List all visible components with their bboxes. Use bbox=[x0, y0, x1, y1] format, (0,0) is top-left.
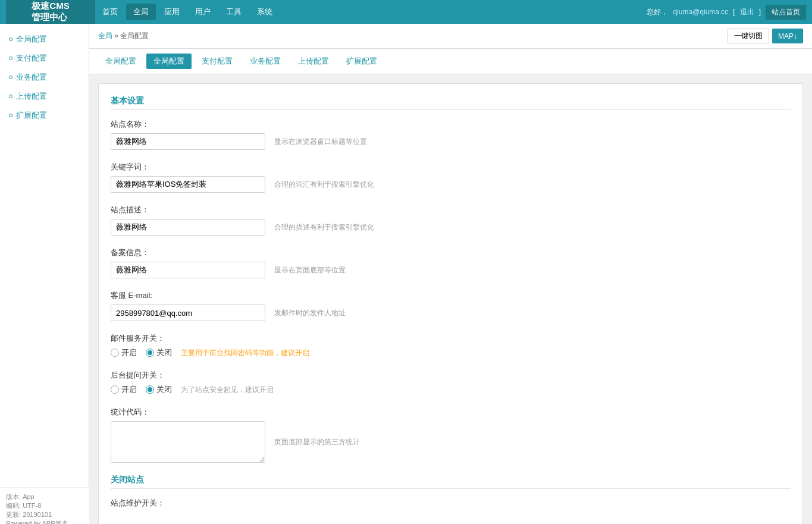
hint-stats: 页面底部显示的第三方统计 bbox=[274, 437, 360, 447]
logout-link[interactable]: 退出 bbox=[740, 7, 754, 17]
content-area: 基本设置 站点名称： 显示在浏览器窗口标题等位置 关键字词： 合理的词汇有利于搜… bbox=[89, 74, 812, 524]
hint-mail-service: 主要用于前台找回密码等功能，建议开启 bbox=[181, 348, 309, 358]
input-keywords[interactable] bbox=[111, 176, 265, 193]
label-icp: 备案信息： bbox=[111, 247, 791, 258]
sidebar-dot-business bbox=[9, 76, 12, 79]
input-stats-code[interactable] bbox=[111, 421, 265, 463]
label-maintenance: 站点维护开关： bbox=[111, 498, 791, 509]
form-group-stats: 统计代码： 页面底部显示的第三方统计 bbox=[111, 407, 791, 463]
row-backend-tip: 开启 关闭 为了站点安全起见，建议开启 bbox=[111, 384, 791, 395]
radio-backend-on[interactable]: 开启 bbox=[111, 384, 137, 395]
form-group-icp: 备案信息： 显示在页面底部等位置 bbox=[111, 247, 791, 278]
sidebar-item-extension[interactable]: 扩展配置 bbox=[0, 106, 89, 125]
form-group-backend-tip: 后台提问开关： 开启 关闭 为了站点安全起见，建议 bbox=[111, 370, 791, 395]
subtab-business[interactable]: 业务配置 bbox=[243, 54, 288, 69]
sidebar-dot-upload bbox=[9, 95, 12, 98]
radio-backend-off[interactable]: 关闭 bbox=[146, 384, 172, 395]
radio-circle-mail-off bbox=[146, 349, 154, 357]
input-icp[interactable] bbox=[111, 262, 265, 278]
form-group-email: 客服 E-mail: 发邮件时的发件人地址 bbox=[111, 290, 791, 321]
label-email: 客服 E-mail: bbox=[111, 290, 791, 301]
radio-circle-backend-on bbox=[111, 385, 119, 394]
nav-tools[interactable]: 工具 bbox=[219, 4, 249, 20]
row-site-name: 显示在浏览器窗口标题等位置 bbox=[111, 133, 791, 150]
nav-system[interactable]: 系统 bbox=[250, 4, 280, 20]
nav-home[interactable]: 首页 bbox=[95, 4, 125, 20]
sidebar-item-payment[interactable]: 支付配置 bbox=[0, 49, 89, 68]
label-stats: 统计代码： bbox=[111, 407, 791, 418]
form-group-maintenance: 站点维护开关： bbox=[111, 498, 791, 509]
map-button[interactable]: MAP↓ bbox=[772, 29, 803, 43]
sidebar-item-upload[interactable]: 上传配置 bbox=[0, 87, 89, 106]
sidebar-item-business[interactable]: 业务配置 bbox=[0, 68, 89, 87]
row-email: 发邮件时的发件人地址 bbox=[111, 305, 791, 321]
greeting-text: 您好， bbox=[647, 7, 668, 17]
row-keywords: 合理的词汇有利于搜索引擎优化 bbox=[111, 176, 791, 193]
subtab-global-config[interactable]: 全局配置 bbox=[146, 54, 192, 69]
form-group-mail-service: 邮件服务开关： 开启 关闭 主要用于前台找回密码等 bbox=[111, 333, 791, 358]
subtab-global-config-link[interactable]: 全局配置 bbox=[98, 54, 143, 69]
sidebar-footer: 版本: App 编码: UTF-8 更新: 20190101 Powered b… bbox=[0, 487, 89, 524]
input-site-name[interactable] bbox=[111, 133, 265, 150]
form-box: 基本设置 站点名称： 显示在浏览器窗口标题等位置 关键字词： 合理的词汇有利于搜… bbox=[98, 83, 803, 524]
subtab-upload[interactable]: 上传配置 bbox=[291, 54, 336, 69]
site-logo: 极速CMS 管理中心 bbox=[6, 0, 95, 24]
label-mail-service: 邮件服务开关： bbox=[111, 333, 791, 344]
breadcrumb-text: 全局 » 全局配置 bbox=[98, 31, 149, 41]
sidebar-dot-global bbox=[9, 37, 12, 41]
radio-group-mail: 开启 关闭 bbox=[111, 347, 172, 358]
form-group-description: 站点描述： 合理的描述有利于搜索引擎优化 bbox=[111, 205, 791, 236]
top-right-area: 您好， qiuma@qiuma.cc [ 退出 ] 站点首页 bbox=[647, 5, 806, 20]
sidebar-dot-extension bbox=[9, 114, 12, 117]
label-description: 站点描述： bbox=[111, 205, 791, 215]
form-group-site-name: 站点名称： 显示在浏览器窗口标题等位置 bbox=[111, 119, 791, 150]
hint-keywords: 合理的词汇有利于搜索引擎优化 bbox=[274, 180, 374, 190]
label-site-name: 站点名称： bbox=[111, 119, 791, 130]
site-home-button[interactable]: 站点首页 bbox=[766, 5, 806, 20]
sidebar-dot-payment bbox=[9, 57, 12, 60]
radio-circle-backend-off bbox=[146, 385, 154, 394]
breadcrumb-root-link[interactable]: 全局 bbox=[98, 32, 112, 40]
row-icp: 显示在页面底部等位置 bbox=[111, 262, 791, 278]
hint-backend-tip: 为了站点安全起见，建议开启 bbox=[181, 385, 274, 395]
input-description[interactable] bbox=[111, 219, 265, 236]
radio-circle-mail-on bbox=[111, 349, 119, 357]
sub-tabs-bar: 全局配置 全局配置 支付配置 业务配置 上传配置 扩展配置 bbox=[89, 49, 812, 74]
close-site-title: 关闭站点 bbox=[111, 475, 791, 489]
hint-email: 发邮件时的发件人地址 bbox=[274, 308, 346, 318]
top-nav-links: 首页 全局 应用 用户 工具 系统 bbox=[95, 4, 647, 20]
row-stats: 页面底部显示的第三方统计 bbox=[111, 421, 791, 463]
sidebar-item-global[interactable]: 全局配置 bbox=[0, 30, 89, 49]
hint-icp: 显示在页面底部等位置 bbox=[274, 265, 346, 275]
nav-user[interactable]: 用户 bbox=[188, 4, 218, 20]
row-mail-service: 开启 关闭 主要用于前台找回密码等功能，建议开启 bbox=[111, 347, 791, 358]
form-group-keywords: 关键字词： 合理的词汇有利于搜索引擎优化 bbox=[111, 162, 791, 193]
input-email[interactable] bbox=[111, 305, 265, 321]
subtab-payment[interactable]: 支付配置 bbox=[195, 54, 240, 69]
label-backend-tip: 后台提问开关： bbox=[111, 370, 791, 381]
label-keywords: 关键字词： bbox=[111, 162, 791, 172]
nav-app[interactable]: 应用 bbox=[157, 4, 187, 20]
main-content: 全局 » 全局配置 一键切图 MAP↓ 全局配置 全局配置 支付配置 业务配置 … bbox=[89, 24, 812, 524]
breadcrumb-bar: 全局 » 全局配置 一键切图 MAP↓ bbox=[89, 24, 812, 49]
radio-mail-off[interactable]: 关闭 bbox=[146, 347, 172, 358]
radio-group-backend: 开启 关闭 bbox=[111, 384, 172, 395]
switch-button[interactable]: 一键切图 bbox=[728, 29, 769, 43]
breadcrumb-actions: 一键切图 MAP↓ bbox=[728, 29, 803, 43]
radio-mail-on[interactable]: 开启 bbox=[111, 347, 137, 358]
subtab-extension[interactable]: 扩展配置 bbox=[339, 54, 384, 69]
nav-global[interactable]: 全局 bbox=[126, 4, 156, 20]
basic-settings-title: 基本设置 bbox=[111, 96, 791, 110]
sidebar: 全局配置 支付配置 业务配置 上传配置 扩展配置 版本: App 编码: UTF… bbox=[0, 24, 89, 524]
hint-description: 合理的描述有利于搜索引擎优化 bbox=[274, 222, 374, 233]
hint-site-name: 显示在浏览器窗口标题等位置 bbox=[274, 137, 367, 147]
row-description: 合理的描述有利于搜索引擎优化 bbox=[111, 219, 791, 236]
username-link[interactable]: qiuma@qiuma.cc bbox=[673, 8, 728, 16]
